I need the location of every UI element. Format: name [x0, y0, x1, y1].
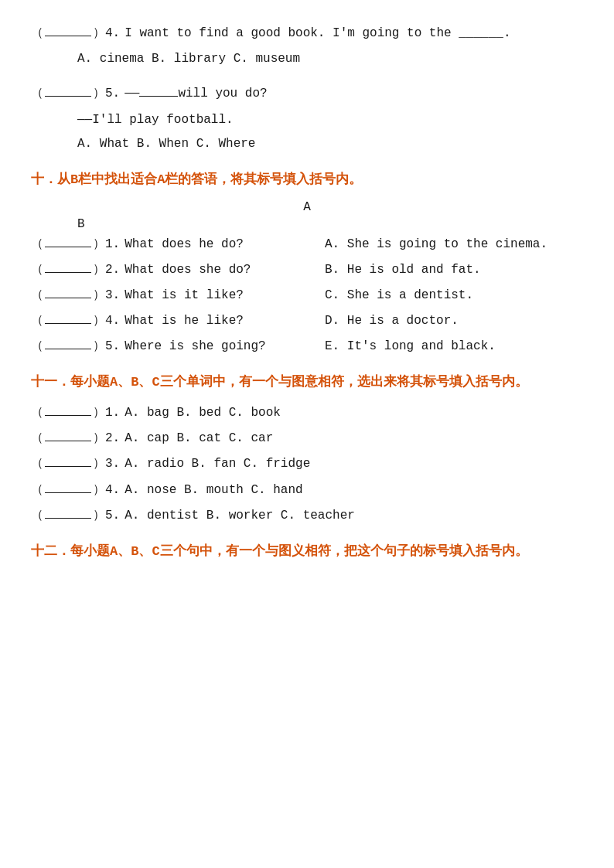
matching-row: （ ） 5. Where is she going? E. It's long …	[31, 336, 583, 357]
answer-blank	[45, 518, 91, 519]
answer-blank-5	[45, 96, 91, 97]
answer-blank	[45, 323, 91, 324]
paren-open: （	[31, 234, 43, 255]
q5-options: A. What B. When C. Where	[77, 134, 583, 155]
row-options: A. radio B. fan C. fridge	[125, 454, 310, 475]
row-num: 5.	[105, 336, 120, 357]
q5-dialogue2: ——I'll play football.	[77, 110, 583, 131]
col-b-header: B	[77, 217, 583, 231]
s11-question-line-4: （ ） 4. A. nose B. mouth C. hand	[31, 480, 583, 501]
paren-open: （	[31, 311, 43, 332]
paren-close-4: ）	[93, 23, 105, 44]
row-options: A. bag B. bed C. book	[125, 403, 281, 424]
q5-blank	[139, 96, 178, 97]
paren-open: （	[31, 403, 43, 424]
matching-row: （ ） 1. What does he do? A. She is going …	[31, 234, 583, 255]
answer-blank	[45, 441, 91, 441]
col-a-header: A	[31, 200, 583, 214]
matching-right-4: D. He is a doctor.	[325, 311, 583, 332]
matching-row: （ ） 2. What does she do? B. He is old an…	[31, 260, 583, 281]
row-left-text: What does he do?	[125, 234, 244, 255]
section-11-title: 十一．每小题A、B、C三个单词中，有一个与图意相符，选出来将其标号填入括号内。	[31, 371, 583, 395]
q4-options: A. cinema B. library C. museum	[77, 49, 583, 70]
matching-left-4: （ ） 4. What is he like?	[31, 311, 325, 332]
paren-open: （	[31, 285, 43, 306]
row-num: 3.	[105, 285, 120, 306]
question-4: （ ） 4. I want to find a good book. I'm g…	[31, 23, 583, 70]
paren-close: ）	[93, 505, 105, 526]
answer-blank	[45, 272, 91, 273]
paren-open: （	[31, 428, 43, 449]
paren-close: ）	[93, 454, 105, 475]
matching-rows-container: （ ） 1. What does he do? A. She is going …	[31, 234, 583, 358]
section-11-row: （ ） 3. A. radio B. fan C. fridge	[31, 454, 583, 475]
row-left-text: Where is she going?	[125, 336, 265, 357]
row-options: A. cap B. cat C. car	[125, 428, 273, 449]
row-left-text: What is it like?	[125, 285, 244, 306]
row-num: 1.	[105, 234, 120, 255]
s11-question-line-5: （ ） 5. A. dentist B. worker C. teacher	[31, 505, 583, 526]
paren-close: ）	[93, 285, 105, 306]
q5-dialogue1: ——	[125, 83, 139, 104]
section-10: 十．从B栏中找出适合A栏的答语，将其标号填入括号内。 A B （ ） 1. Wh…	[31, 168, 583, 358]
paren-open: （	[31, 480, 43, 501]
paren-close: ）	[93, 428, 105, 449]
q4-text: I want to find a good book. I'm going to…	[125, 23, 510, 44]
row-num: 3.	[105, 454, 120, 475]
matching-right-2: B. He is old and fat.	[325, 260, 583, 281]
q5-number: 5.	[105, 83, 120, 104]
section-11-row: （ ） 1. A. bag B. bed C. book	[31, 403, 583, 424]
s11-question-line-2: （ ） 2. A. cap B. cat C. car	[31, 428, 583, 449]
q4-number: 4.	[105, 23, 120, 44]
q5-line: （ ） 5. —— will you do?	[31, 83, 583, 104]
section-10-title: 十．从B栏中找出适合A栏的答语，将其标号填入括号内。	[31, 168, 583, 192]
matching-right-5: E. It's long and black.	[325, 336, 583, 357]
row-num: 2.	[105, 428, 120, 449]
answer-blank	[45, 415, 91, 416]
matching-row: （ ） 3. What is it like? C. She is a dent…	[31, 285, 583, 306]
answer-blank	[45, 492, 91, 493]
paren-close: ）	[93, 403, 105, 424]
answer-blank	[45, 247, 91, 247]
answer-blank	[45, 466, 91, 467]
paren-close: ）	[93, 311, 105, 332]
row-num: 2.	[105, 260, 120, 281]
row-num: 4.	[105, 311, 120, 332]
row-num: 1.	[105, 403, 120, 424]
row-options: A. dentist B. worker C. teacher	[125, 505, 355, 526]
row-num: 4.	[105, 480, 120, 501]
s11-question-line-1: （ ） 1. A. bag B. bed C. book	[31, 403, 583, 424]
matching-right-1: A. She is going to the cinema.	[325, 234, 583, 255]
answer-blank-4	[45, 36, 91, 36]
paren-close: ）	[93, 234, 105, 255]
matching-left-5: （ ） 5. Where is she going?	[31, 336, 325, 357]
q4-line: （ ） 4. I want to find a good book. I'm g…	[31, 23, 583, 44]
paren-open: （	[31, 454, 43, 475]
row-options: A. nose B. mouth C. hand	[125, 480, 302, 501]
paren-close: ）	[93, 260, 105, 281]
matching-left-1: （ ） 1. What does he do?	[31, 234, 325, 255]
matching-left-2: （ ） 2. What does she do?	[31, 260, 325, 281]
answer-blank	[45, 349, 91, 349]
section-11-row: （ ） 5. A. dentist B. worker C. teacher	[31, 505, 583, 526]
paren-open: （	[31, 505, 43, 526]
section-12: 十二．每小题A、B、C三个句中，有一个与图义相符，把这个句子的标号填入括号内。	[31, 540, 583, 564]
paren-close-5: ）	[93, 83, 105, 104]
s11-question-line-3: （ ） 3. A. radio B. fan C. fridge	[31, 454, 583, 475]
matching-row: （ ） 4. What is he like? D. He is a docto…	[31, 311, 583, 332]
row-left-text: What is he like?	[125, 311, 244, 332]
matching-right-3: C. She is a dentist.	[325, 285, 583, 306]
paren-close: ）	[93, 336, 105, 357]
paren-close: ）	[93, 480, 105, 501]
answer-blank	[45, 298, 91, 298]
section-11: 十一．每小题A、B、C三个单词中，有一个与图意相符，选出来将其标号填入括号内。 …	[31, 371, 583, 526]
section-11-rows: （ ） 1. A. bag B. bed C. book （ ） 2. A. c…	[31, 403, 583, 526]
row-left-text: What does she do?	[125, 260, 251, 281]
section-11-row: （ ） 4. A. nose B. mouth C. hand	[31, 480, 583, 501]
paren-open: （	[31, 260, 43, 281]
paren-open-4: （	[31, 23, 43, 44]
matching-left-3: （ ） 3. What is it like?	[31, 285, 325, 306]
section-11-row: （ ） 2. A. cap B. cat C. car	[31, 428, 583, 449]
row-num: 5.	[105, 505, 120, 526]
paren-open: （	[31, 336, 43, 357]
